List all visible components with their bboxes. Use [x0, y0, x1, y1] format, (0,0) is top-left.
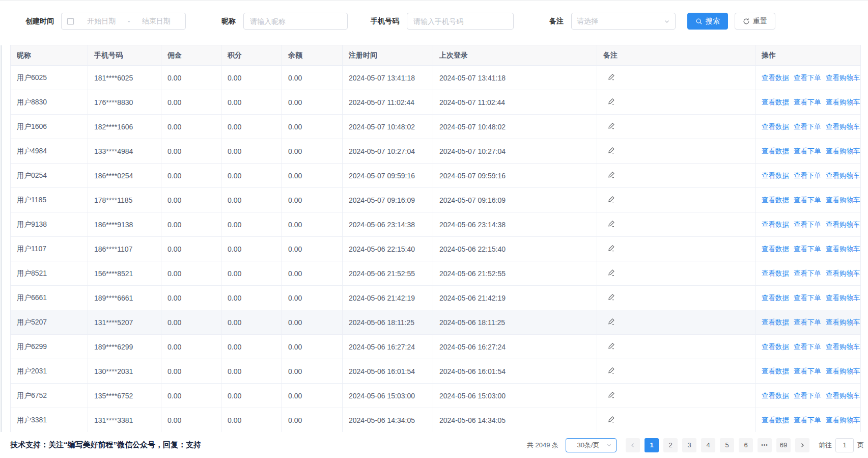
view-cart-link[interactable]: 查看购物车: [826, 98, 860, 106]
edit-remark-icon[interactable]: [603, 97, 615, 105]
page-button-1[interactable]: 1: [645, 438, 659, 452]
edit-remark-icon[interactable]: [603, 122, 615, 130]
view-orders-link[interactable]: 查看下单: [794, 172, 821, 179]
view-orders-link[interactable]: 查看下单: [794, 294, 821, 302]
actions-cell: 查看数据查看下单查看购物车: [755, 164, 861, 188]
view-orders-link[interactable]: 查看下单: [794, 367, 821, 375]
goto-page-input[interactable]: [835, 438, 854, 452]
nickname-input[interactable]: [243, 13, 348, 30]
view-data-link[interactable]: 查看数据: [762, 98, 789, 106]
nickname-cell: 用户6299: [11, 335, 88, 359]
actions-cell: 查看数据查看下单查看购物车: [755, 384, 861, 408]
column-header-7: 备注: [597, 45, 755, 66]
view-cart-link[interactable]: 查看购物车: [826, 294, 860, 302]
edit-remark-icon[interactable]: [603, 73, 615, 81]
remark-cell: [597, 335, 755, 359]
view-cart-link[interactable]: 查看购物车: [826, 392, 860, 399]
next-page-button[interactable]: [795, 438, 809, 452]
edit-remark-icon[interactable]: [603, 244, 615, 252]
view-orders-link[interactable]: 查看下单: [794, 270, 821, 277]
view-data-link[interactable]: 查看数据: [762, 221, 789, 228]
footer-bar: 技术支持：关注“编写美好前程”微信公众号，回复：支持 共 2049 条 30条/…: [0, 432, 868, 458]
actions-cell: 查看数据查看下单查看购物车: [755, 66, 861, 90]
page-button-3[interactable]: 3: [682, 438, 696, 452]
search-button[interactable]: 搜索: [687, 13, 728, 30]
commission-cell: 0.00: [161, 164, 221, 188]
view-orders-link[interactable]: 查看下单: [794, 343, 821, 351]
edit-remark-icon[interactable]: [603, 146, 615, 154]
edit-remark-icon[interactable]: [603, 342, 615, 350]
page-button-6[interactable]: 6: [739, 438, 753, 452]
register-time-cell: 2024-05-06 18:11:25: [343, 310, 433, 335]
phone-input[interactable]: [407, 13, 514, 30]
view-orders-link[interactable]: 查看下单: [794, 318, 821, 326]
view-cart-link[interactable]: 查看购物车: [826, 123, 860, 130]
view-data-link[interactable]: 查看数据: [762, 196, 789, 204]
view-cart-link[interactable]: 查看购物车: [826, 221, 860, 228]
view-cart-link[interactable]: 查看购物车: [826, 245, 860, 253]
balance-cell: 0.00: [282, 384, 343, 408]
reset-button[interactable]: 重置: [735, 13, 775, 30]
edit-remark-icon[interactable]: [603, 171, 615, 179]
view-data-link[interactable]: 查看数据: [762, 147, 789, 155]
page-button-2[interactable]: 2: [663, 438, 678, 452]
edit-remark-icon[interactable]: [603, 415, 615, 423]
view-cart-link[interactable]: 查看购物车: [826, 318, 860, 326]
view-cart-link[interactable]: 查看购物车: [826, 343, 860, 351]
view-orders-link[interactable]: 查看下单: [794, 221, 821, 228]
start-date-placeholder[interactable]: 开始日期: [77, 17, 126, 26]
edit-remark-icon[interactable]: [603, 195, 615, 203]
column-header-5: 注册时间: [343, 45, 433, 66]
view-cart-link[interactable]: 查看购物车: [826, 147, 860, 155]
balance-cell: 0.00: [282, 261, 343, 286]
end-date-placeholder[interactable]: 结束日期: [132, 17, 180, 26]
page-button-4[interactable]: 4: [701, 438, 715, 452]
view-data-link[interactable]: 查看数据: [762, 294, 789, 302]
view-cart-link[interactable]: 查看购物车: [826, 172, 860, 179]
view-cart-link[interactable]: 查看购物车: [826, 367, 860, 375]
last-login-cell: 2024-05-06 16:27:24: [433, 335, 597, 359]
date-range-picker[interactable]: 开始日期 - 结束日期: [61, 13, 186, 30]
view-data-link[interactable]: 查看数据: [762, 172, 789, 179]
view-orders-link[interactable]: 查看下单: [794, 123, 821, 130]
edit-remark-icon[interactable]: [603, 293, 615, 301]
edit-remark-icon[interactable]: [603, 268, 615, 277]
balance-cell: 0.00: [282, 115, 343, 139]
view-orders-link[interactable]: 查看下单: [794, 147, 821, 155]
view-data-link[interactable]: 查看数据: [762, 318, 789, 326]
view-orders-link[interactable]: 查看下单: [794, 245, 821, 253]
view-orders-link[interactable]: 查看下单: [794, 196, 821, 204]
prev-page-button[interactable]: [626, 438, 640, 452]
remark-select[interactable]: 请选择: [571, 13, 676, 30]
view-orders-link[interactable]: 查看下单: [794, 74, 821, 82]
phone-cell: 131****3381: [88, 408, 161, 433]
commission-cell: 0.00: [161, 261, 221, 286]
view-data-link[interactable]: 查看数据: [762, 270, 789, 277]
view-cart-link[interactable]: 查看购物车: [826, 416, 860, 424]
page-ellipsis-button[interactable]: •••: [758, 438, 772, 452]
view-orders-link[interactable]: 查看下单: [794, 392, 821, 399]
view-cart-link[interactable]: 查看购物车: [826, 74, 860, 82]
view-data-link[interactable]: 查看数据: [762, 343, 789, 351]
page-size-select[interactable]: 30条/页: [566, 438, 617, 452]
remark-cell: [597, 164, 755, 188]
view-cart-link[interactable]: 查看购物车: [826, 196, 860, 204]
view-data-link[interactable]: 查看数据: [762, 367, 789, 375]
nickname-cell: 用户8521: [11, 261, 88, 286]
edit-remark-icon[interactable]: [603, 220, 615, 228]
edit-remark-icon[interactable]: [603, 391, 615, 399]
view-cart-link[interactable]: 查看购物车: [826, 270, 860, 277]
view-data-link[interactable]: 查看数据: [762, 123, 789, 130]
last-login-cell: 2024-05-07 11:02:44: [433, 90, 597, 115]
view-data-link[interactable]: 查看数据: [762, 392, 789, 399]
view-data-link[interactable]: 查看数据: [762, 74, 789, 82]
page-button-5[interactable]: 5: [720, 438, 734, 452]
view-orders-link[interactable]: 查看下单: [794, 416, 821, 424]
edit-remark-icon[interactable]: [603, 366, 615, 374]
page-button-69[interactable]: 69: [776, 438, 791, 452]
view-data-link[interactable]: 查看数据: [762, 416, 789, 424]
actions-cell: 查看数据查看下单查看购物车: [755, 115, 861, 139]
view-orders-link[interactable]: 查看下单: [794, 98, 821, 106]
view-data-link[interactable]: 查看数据: [762, 245, 789, 253]
edit-remark-icon[interactable]: [603, 317, 615, 326]
